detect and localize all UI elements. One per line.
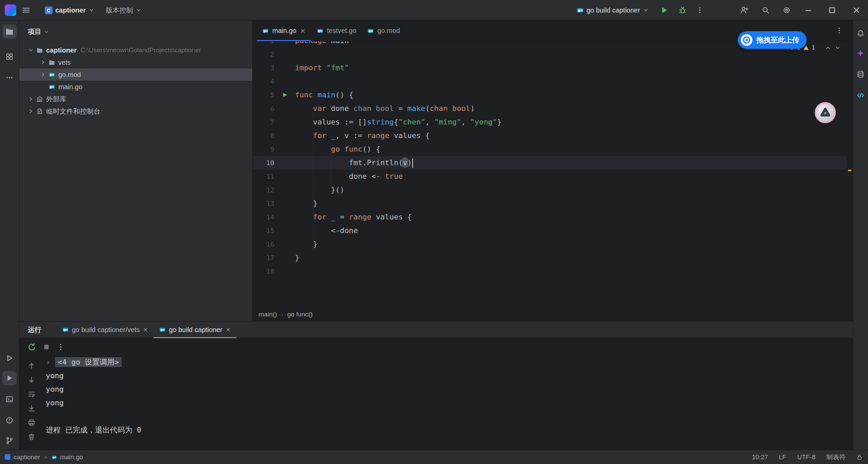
main-menu-button[interactable] [22, 4, 31, 16]
debug-button[interactable] [678, 4, 687, 16]
editor-tab-options-icon[interactable] [835, 26, 843, 35]
code-line-9[interactable]: 9 go func() { [253, 142, 847, 156]
run-toolbutton[interactable] [2, 371, 17, 385]
chevron-right-icon[interactable] [40, 59, 46, 66]
minimize-button[interactable] [804, 6, 813, 15]
code-editor[interactable]: 1package main23import "fmt"45func main()… [253, 41, 847, 307]
code-line-3[interactable]: 3import "fmt" [253, 61, 847, 75]
upload-overlay-button[interactable]: 拖拽至此上传 [738, 31, 807, 49]
status-segment[interactable]: LF [779, 453, 786, 461]
notifications-button[interactable] [854, 26, 867, 41]
line-number: 1 [253, 41, 274, 45]
project-panel-header[interactable]: 项目 [28, 27, 50, 36]
project-widget[interactable]: C captioner [45, 4, 95, 16]
rerun-button[interactable] [27, 343, 36, 351]
down-stack-trace-button[interactable] [27, 376, 36, 384]
status-segment[interactable]: UTF-8 [797, 453, 815, 461]
editor-tab-testvet.go[interactable]: testvet.go [311, 20, 362, 41]
go-file-icon [317, 27, 323, 34]
editor-scrollbar[interactable] [848, 41, 851, 307]
code-line-13[interactable]: 13 } [253, 197, 847, 210]
code-line-16[interactable]: 16 } [253, 237, 847, 251]
editor-tab-main.go[interactable]: main.go [257, 20, 311, 41]
code-line-6[interactable]: 6 var done chan bool = make(chan bool) [253, 102, 847, 115]
status-breadcrumb[interactable]: captioner main.go [5, 453, 83, 461]
chevron-right-icon[interactable] [27, 108, 34, 115]
tab-close-icon[interactable] [225, 327, 231, 332]
code-line-4[interactable]: 4 [253, 75, 847, 88]
next-problem-icon[interactable] [834, 44, 841, 51]
settings-button[interactable] [783, 4, 791, 16]
version-control-toolbutton[interactable] [2, 433, 17, 448]
close-button[interactable] [852, 6, 861, 15]
tree-item-captioner-root[interactable]: captionerC:\Users\meowr\GolandProjects\c… [19, 44, 252, 56]
print-button[interactable] [27, 419, 36, 427]
run-button[interactable] [660, 4, 669, 16]
tree-item-go-mod[interactable]: go.mod [19, 69, 252, 81]
database-toolbutton[interactable] [854, 67, 867, 81]
tree-item-external-libraries[interactable]: 外部库 [19, 93, 252, 105]
code-line-8[interactable]: 8 for _, v := range values { [253, 129, 847, 142]
tab-label: go.mod [377, 27, 400, 35]
tab-close-icon[interactable] [300, 28, 306, 34]
run-config-widget[interactable]: go build captioner [576, 4, 649, 16]
code-line-17[interactable]: 17} [253, 251, 847, 265]
tree-item-scratches[interactable]: 临时文件和控制台 [19, 105, 252, 117]
maximize-button[interactable] [828, 6, 836, 15]
warning-stripe-mark[interactable] [848, 170, 851, 171]
terminal-toolbutton[interactable] [2, 392, 17, 406]
breadcrumb-item[interactable]: go func() [287, 311, 313, 318]
editor-tab-go.mod[interactable]: go.mod [362, 20, 406, 41]
chevron-down-icon[interactable] [27, 47, 34, 54]
library-icon [36, 96, 43, 102]
code-line-7[interactable]: 7 values := []string{"chen", "ming", "yo… [253, 115, 847, 129]
scroll-to-end-button[interactable] [27, 404, 36, 412]
code-line-5[interactable]: 5func main() { [253, 88, 847, 102]
structure-toolbutton[interactable] [2, 50, 17, 64]
database-icon [856, 70, 865, 78]
project-toolbutton[interactable] [2, 24, 17, 39]
clear-console-button[interactable] [27, 433, 36, 441]
code-line-18[interactable]: 18 [253, 265, 847, 278]
tree-item-main-go[interactable]: main.go [19, 81, 252, 93]
lock-icon[interactable] [856, 454, 863, 460]
more-options-icon[interactable] [57, 343, 65, 351]
console-line: 进程 已完成，退出代码为 0 [46, 423, 846, 437]
run-tab-go build captioner[interactable]: go build captioner [154, 322, 236, 338]
previous-problem-icon[interactable] [825, 44, 831, 51]
run-gutter-icon[interactable] [281, 92, 288, 98]
soft-wrap-button[interactable] [27, 390, 36, 398]
project-avatar: C [45, 6, 53, 14]
services-toolbutton[interactable] [2, 351, 17, 365]
fold-toggle-icon[interactable]: › [46, 358, 50, 366]
more-vertical-icon [696, 6, 704, 14]
floating-assistant-ball[interactable] [814, 102, 836, 123]
run-tab-go build captioner/vets[interactable]: go build captioner/vets [57, 322, 154, 338]
code-line-15[interactable]: 15 <-done [253, 224, 847, 237]
code-line-12[interactable]: 12 }() [253, 183, 847, 197]
code-line-11[interactable]: 11 done <- true [253, 170, 847, 183]
chevron-right-icon[interactable] [40, 71, 46, 78]
status-segment[interactable]: 制表符 [826, 453, 846, 462]
add-user-icon [740, 6, 749, 15]
vcs-widget[interactable]: 版本控制 [106, 4, 142, 16]
more-toolwindows-button[interactable] [2, 71, 17, 85]
stop-button[interactable] [42, 343, 51, 351]
more-actions-button[interactable] [696, 4, 704, 16]
code-line-14[interactable]: 14 for _ = range values { [253, 210, 847, 224]
code-line-2[interactable]: 2 [253, 47, 847, 61]
code-line-10[interactable]: 10 fmt.Println(v) [253, 156, 847, 170]
run-console[interactable]: ›<4 go 设置调用>yongyongyong进程 已完成，退出代码为 0 [46, 355, 846, 437]
search-everywhere-button[interactable] [762, 4, 770, 16]
tree-item-vets[interactable]: vets [19, 56, 252, 69]
tab-close-icon[interactable] [143, 327, 148, 332]
chevron-right-icon[interactable] [27, 96, 34, 102]
up-stack-trace-button[interactable] [27, 362, 36, 370]
ai-assistant-toolbutton[interactable] [854, 46, 867, 60]
ai-sparkle-icon [856, 49, 865, 57]
breadcrumb-item[interactable]: main() [259, 311, 277, 318]
endpoints-toolbutton[interactable] [854, 88, 867, 102]
status-segment[interactable]: 10:27 [752, 453, 768, 461]
problems-toolbutton[interactable] [2, 413, 17, 427]
code-with-me-button[interactable] [740, 4, 749, 16]
